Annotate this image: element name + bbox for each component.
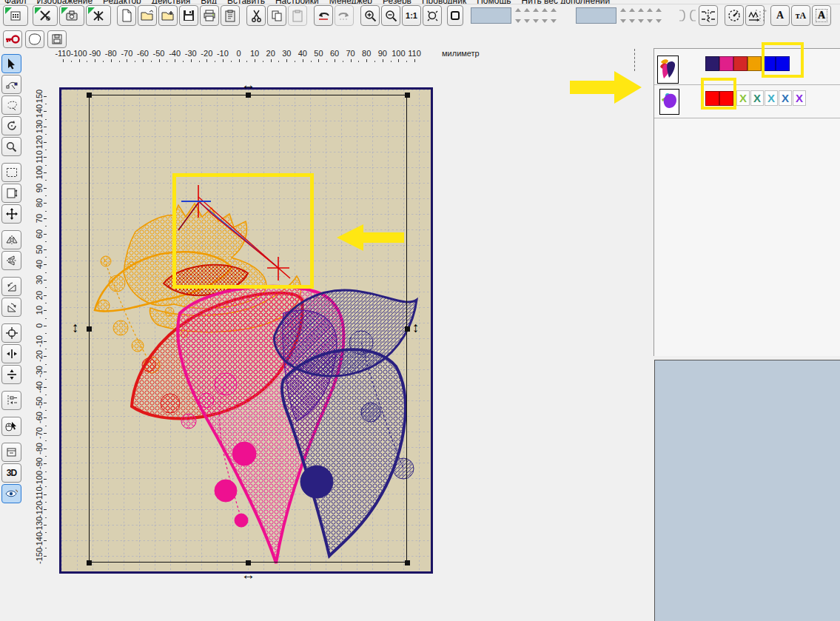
selection-handle-nw[interactable] <box>87 93 92 98</box>
text-tool-button[interactable]: A <box>770 5 790 26</box>
hoop-shape-button[interactable] <box>25 30 44 48</box>
menu-item[interactable]: Нить вес дополнении <box>522 0 611 4</box>
menu-item[interactable]: Настройки <box>275 0 319 4</box>
color-swatch[interactable] <box>733 56 747 71</box>
selection-handle-w[interactable] <box>87 326 92 332</box>
color-swatch[interactable] <box>747 56 762 71</box>
select-tool-button[interactable] <box>1 54 21 73</box>
h-ruler-label: 50 <box>314 49 323 58</box>
rotate-tool-button[interactable] <box>1 116 21 135</box>
selection-handle-e[interactable] <box>405 326 410 332</box>
menu-item[interactable]: Вид <box>201 0 217 4</box>
copy-button[interactable] <box>267 5 286 26</box>
param-field-1[interactable] <box>471 7 511 24</box>
design-row-1[interactable] <box>654 49 840 85</box>
h-ruler-tick <box>318 59 319 62</box>
compress-stitches-button[interactable] <box>699 5 718 26</box>
new-file-button[interactable] <box>117 5 136 26</box>
h-ruler-minor-tick <box>231 61 232 62</box>
v-ruler-tick <box>44 326 47 326</box>
menu-item[interactable]: Действия <box>152 0 191 4</box>
editor-button[interactable] <box>33 5 58 26</box>
mouse-mode-button[interactable] <box>1 417 21 436</box>
lasso-tool-button[interactable] <box>1 95 21 115</box>
design-row-2[interactable]: XXXXX <box>654 85 840 118</box>
center-horizontal-button[interactable] <box>1 344 21 363</box>
print-button[interactable] <box>200 5 219 26</box>
param-field-2[interactable] <box>576 7 616 24</box>
menu-item[interactable]: Файл <box>4 0 27 4</box>
edit-nodes-tool-button[interactable] <box>1 75 21 94</box>
removed-color-x-button[interactable]: X <box>793 90 806 106</box>
resize-arrow-bottom[interactable]: ↔ <box>241 568 255 582</box>
save-small-button[interactable] <box>47 30 67 48</box>
menu-item[interactable]: Редактор <box>103 0 141 4</box>
selection-handle-se[interactable] <box>405 560 410 565</box>
zoom-1to1-button[interactable]: 1:1 <box>402 5 421 26</box>
zoom-tool-button[interactable] <box>1 137 21 156</box>
color-swatch[interactable] <box>705 56 719 71</box>
color-swatch[interactable] <box>719 56 733 71</box>
cut-button[interactable] <box>246 5 266 26</box>
paste-document-button[interactable] <box>221 5 240 26</box>
align-objects-button[interactable] <box>1 391 21 410</box>
view-3d-button[interactable]: 3D <box>1 463 21 483</box>
selection-handle-n[interactable] <box>246 93 251 98</box>
monogram-button[interactable]: A <box>812 5 831 26</box>
sfumato-button[interactable] <box>86 5 111 26</box>
removed-color-x-button[interactable]: X <box>779 90 792 106</box>
studio-button[interactable] <box>59 5 84 26</box>
selection-handle-sw[interactable] <box>87 560 92 565</box>
manager-button[interactable] <box>3 5 28 26</box>
selection-handle-ne[interactable] <box>405 93 410 98</box>
menu-item[interactable]: Проводник <box>422 0 466 4</box>
design-canvas[interactable]: ↔ ↔ ↕ ↕ <box>59 87 433 574</box>
resize-arrow-top[interactable]: ↔ <box>241 78 255 92</box>
rotate-left-button[interactable] <box>1 277 21 296</box>
flip-vertical-button[interactable] <box>1 251 21 270</box>
removed-color-x-button[interactable]: X <box>736 90 750 106</box>
resize-page-tool-button[interactable] <box>1 184 21 203</box>
design-2-thumbnail[interactable] <box>659 89 679 115</box>
resize-arrow-right[interactable]: ↕ <box>412 320 420 335</box>
menu-item[interactable]: Помощь <box>477 0 511 4</box>
text-transform-button[interactable]: тA <box>791 5 810 26</box>
spinner-cluster-2[interactable] <box>620 8 673 23</box>
removed-color-x-button[interactable]: X <box>765 90 778 106</box>
menu-item[interactable]: Вставить <box>227 0 265 4</box>
selection-handle-s[interactable] <box>246 560 251 565</box>
removed-color-x-button[interactable]: X <box>750 90 764 106</box>
h-ruler-label: -80 <box>105 49 117 58</box>
center-vertical-button[interactable] <box>1 365 21 384</box>
v-ruler-tick <box>44 111 47 112</box>
zoom-in-button[interactable] <box>360 5 380 26</box>
menu-item[interactable]: Менеджер <box>329 0 372 4</box>
menu-item[interactable]: Изображение <box>37 0 93 4</box>
preview-eye-button[interactable] <box>1 484 21 503</box>
preview-window-button[interactable] <box>1 443 21 462</box>
center-design-button[interactable] <box>1 323 21 343</box>
stop-button[interactable] <box>447 5 463 26</box>
rotate-right-button[interactable] <box>1 298 21 317</box>
h-ruler-tick <box>223 59 224 62</box>
undo-button[interactable] <box>314 5 333 26</box>
spinner-cluster-1[interactable] <box>515 8 568 23</box>
speed-gauge-button[interactable] <box>725 5 744 26</box>
save-button[interactable] <box>179 5 198 26</box>
design-1-thumbnail[interactable] <box>657 56 679 84</box>
merge-file-button[interactable] <box>158 5 178 26</box>
v-ruler-minor-tick <box>45 486 47 487</box>
horizontal-ruler: -110-100-90-80-70-60-50-40-30-20-1001020… <box>56 47 455 66</box>
password-lock-button[interactable] <box>3 30 22 48</box>
resize-arrow-left[interactable]: ↕ <box>72 320 79 335</box>
move-tool-button[interactable] <box>1 204 21 224</box>
v-ruler-minor-tick <box>45 165 47 166</box>
zoom-out-button[interactable] <box>381 5 400 26</box>
marquee-select-tool-button[interactable] <box>1 163 21 182</box>
h-ruler-tick <box>414 59 415 62</box>
selection-rectangle[interactable] <box>89 95 407 563</box>
flip-horizontal-button[interactable] <box>1 230 21 249</box>
open-file-button[interactable] <box>138 5 157 26</box>
zoom-select-button[interactable] <box>423 5 442 26</box>
menu-item[interactable]: Резерв <box>383 0 411 4</box>
